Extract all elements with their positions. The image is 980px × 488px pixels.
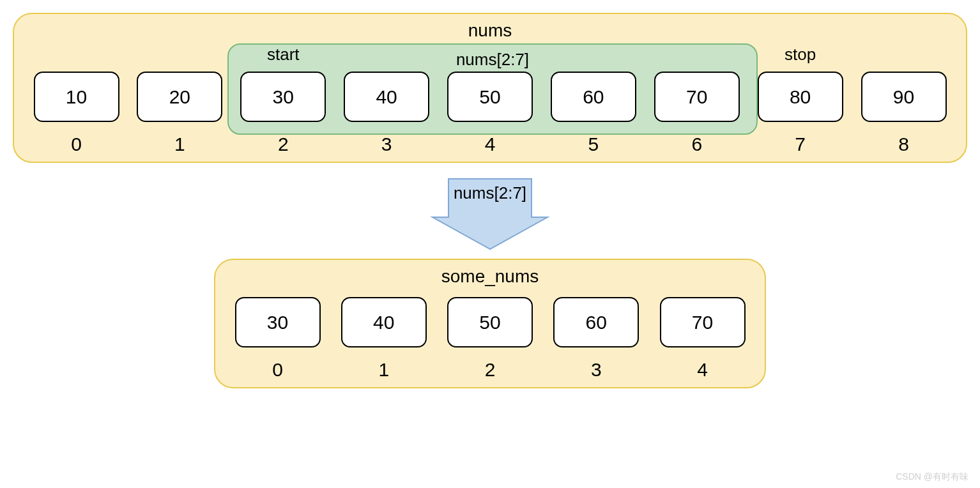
some-nums-title: some_nums <box>228 266 752 287</box>
nums-index: 0 <box>71 133 82 155</box>
some-nums-index: 4 <box>697 359 708 381</box>
some-nums-row: 30 0 40 1 50 2 60 3 70 4 <box>228 291 752 381</box>
nums-col: 20 1 <box>130 45 229 155</box>
nums-index: 7 <box>795 133 806 155</box>
nums-index: 1 <box>174 133 185 155</box>
some-nums-cell: 70 <box>660 297 746 347</box>
stop-label: stop <box>785 45 816 65</box>
nums-index: 2 <box>278 133 289 155</box>
nums-container: nums nums[2:7] 10 0 20 1 start 30 2 40 3… <box>13 13 967 163</box>
nums-cell: 60 <box>551 72 636 122</box>
some-nums-col: 40 1 <box>334 291 433 381</box>
nums-col: stop 80 7 <box>751 45 850 155</box>
some-nums-index: 0 <box>272 359 283 381</box>
nums-cell: 30 <box>240 72 326 122</box>
nums-col: start 30 2 <box>234 45 333 155</box>
arrow-label: nums[2:7] <box>454 183 526 203</box>
some-nums-cell: 30 <box>235 297 321 347</box>
nums-cell: 90 <box>861 72 947 122</box>
some-nums-container: some_nums 30 0 40 1 50 2 60 3 70 4 <box>214 259 766 388</box>
some-nums-index: 3 <box>591 359 602 381</box>
some-nums-col: 60 3 <box>547 291 646 381</box>
some-nums-col: 50 2 <box>441 291 540 381</box>
some-nums-cell: 50 <box>447 297 533 347</box>
nums-col: 50 4 <box>441 45 540 155</box>
nums-cell: 20 <box>137 72 222 122</box>
nums-index: 6 <box>691 133 702 155</box>
some-nums-col: 70 4 <box>653 291 752 381</box>
nums-cell: 40 <box>344 72 429 122</box>
nums-row: 10 0 20 1 start 30 2 40 3 50 4 60 5 <box>27 45 953 155</box>
nums-cell: 10 <box>34 72 119 122</box>
some-nums-cell: 60 <box>553 297 639 347</box>
some-nums-col: 30 0 <box>228 291 327 381</box>
nums-cell: 80 <box>758 72 843 122</box>
nums-cell: 70 <box>654 72 740 122</box>
nums-col: 60 5 <box>544 45 643 155</box>
nums-col: 40 3 <box>337 45 436 155</box>
slice-arrow: nums[2:7] <box>13 176 967 252</box>
nums-col: 90 8 <box>854 45 953 155</box>
some-nums-index: 1 <box>378 359 389 381</box>
nums-index: 4 <box>485 133 496 155</box>
nums-title: nums <box>27 20 953 41</box>
nums-index: 8 <box>898 133 909 155</box>
nums-index: 3 <box>381 133 392 155</box>
start-label: start <box>267 45 300 65</box>
nums-col: 10 0 <box>27 45 126 155</box>
some-nums-index: 2 <box>485 359 496 381</box>
some-nums-wrap: some_nums 30 0 40 1 50 2 60 3 70 4 <box>13 259 967 388</box>
nums-col: 70 6 <box>647 45 746 155</box>
some-nums-cell: 40 <box>341 297 427 347</box>
nums-index: 5 <box>588 133 599 155</box>
nums-cell: 50 <box>447 72 533 122</box>
